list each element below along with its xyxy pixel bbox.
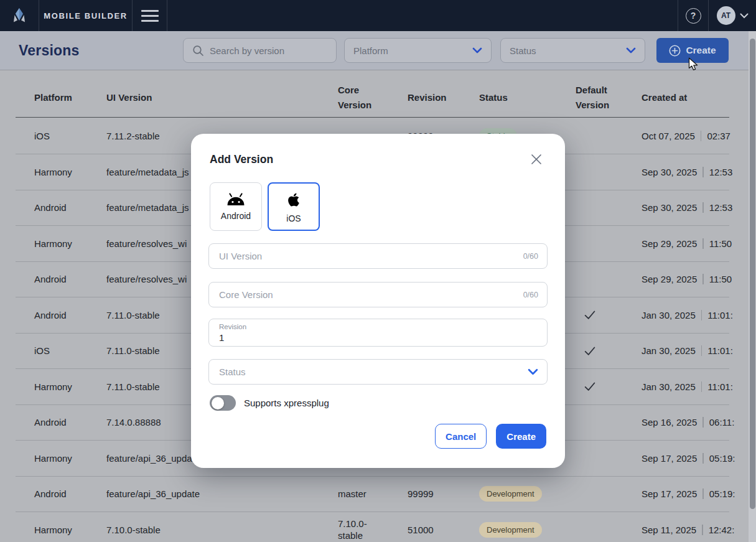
cell-platform-text: Harmony bbox=[34, 525, 72, 535]
cell-created-at: Sep 17, 202505:19: bbox=[642, 453, 735, 464]
cell-ui-version-text: 7.11.0-stable bbox=[106, 310, 160, 320]
chevron-down-icon bbox=[626, 47, 636, 54]
platform-tile-android[interactable]: Android bbox=[210, 182, 262, 231]
cell-created-at: Jan 30, 202511:01: bbox=[642, 381, 733, 392]
date-time-divider bbox=[701, 345, 702, 356]
cell-platform-text: Android bbox=[34, 417, 67, 428]
xpressplug-toggle[interactable] bbox=[210, 395, 236, 411]
ui-version-field[interactable]: 0/60 bbox=[208, 243, 548, 269]
toggle-knob bbox=[212, 397, 224, 409]
core-version-field[interactable]: 0/60 bbox=[208, 282, 548, 307]
help-button[interactable]: ? bbox=[678, 0, 709, 31]
cell-platform: Harmony bbox=[34, 525, 106, 535]
table-header: Platform UI Version Core Version Revisio… bbox=[16, 78, 729, 118]
column-header-core-version: Core Version bbox=[338, 83, 379, 112]
cell-default-version bbox=[576, 344, 642, 358]
date-time-divider bbox=[702, 274, 704, 284]
cell-platform: Harmony bbox=[34, 167, 106, 177]
cell-created-at: Sep 11, 202512:42: bbox=[642, 525, 734, 535]
cell-created-at: Jan 30, 202511:01: bbox=[642, 345, 733, 356]
cell-platform-text: Harmony bbox=[34, 381, 72, 392]
cell-ui-version-text: feature/metadata_js bbox=[106, 202, 189, 213]
page-title: Versions bbox=[19, 31, 80, 70]
created-date: Jan 30, 2025 bbox=[642, 381, 696, 392]
cell-platform: Android bbox=[34, 310, 106, 320]
cell-platform-text: Android bbox=[34, 274, 67, 284]
scrollbar-track[interactable] bbox=[749, 31, 756, 542]
created-date: Sep 17, 2025 bbox=[642, 488, 697, 499]
cell-ui-version-text: 7.11.0-stable bbox=[106, 381, 160, 392]
created-date: Sep 17, 2025 bbox=[642, 453, 697, 464]
cell-default-version bbox=[576, 308, 642, 322]
created-time: 05:19: bbox=[709, 453, 735, 464]
table-row[interactable]: Androidfeature/api_36_updatemaster99999D… bbox=[16, 477, 729, 513]
cell-created-at: Sep 30, 202512:53 bbox=[642, 202, 732, 213]
close-icon[interactable] bbox=[530, 153, 543, 166]
platform-filter-select[interactable]: Platform bbox=[344, 38, 492, 63]
cell-platform: Android bbox=[34, 202, 106, 213]
status-select-placeholder: Status bbox=[219, 367, 246, 377]
core-version-input[interactable] bbox=[219, 289, 518, 300]
date-time-divider bbox=[702, 525, 703, 535]
cell-platform-text: Harmony bbox=[34, 238, 72, 249]
cell-ui-version-text: feature/resolves_wi bbox=[106, 274, 187, 284]
date-time-divider bbox=[702, 238, 704, 249]
column-header-status: Status bbox=[479, 92, 576, 103]
created-date: Sep 11, 2025 bbox=[642, 525, 696, 535]
cell-platform-text: iOS bbox=[34, 131, 50, 141]
cell-status: Development bbox=[479, 522, 576, 538]
create-button[interactable]: Create bbox=[656, 38, 729, 63]
filter-bar: Versions Platform Status Create bbox=[0, 31, 756, 70]
cell-core-version-text: 7.10.0-stable bbox=[338, 518, 367, 541]
chevron-down-icon bbox=[528, 368, 538, 375]
cell-ui-version: feature/api_36_update bbox=[106, 488, 338, 499]
revision-field[interactable]: Revision 1 bbox=[208, 319, 548, 347]
cell-created-at: Sep 30, 202512:53 bbox=[642, 167, 732, 177]
ui-version-counter: 0/60 bbox=[523, 252, 538, 261]
app-logo[interactable] bbox=[0, 0, 39, 31]
check-icon bbox=[583, 344, 597, 358]
gem-logo-icon bbox=[10, 6, 29, 25]
cell-ui-version-text: 7.11.2-stable bbox=[106, 131, 160, 141]
column-header-revision: Revision bbox=[408, 92, 479, 103]
scrollbar-thumb[interactable] bbox=[750, 39, 755, 509]
status-filter-label: Status bbox=[510, 45, 536, 56]
status-badge: Development bbox=[479, 486, 542, 502]
created-date: Sep 30, 2025 bbox=[642, 202, 697, 213]
nav-spacer bbox=[167, 0, 678, 31]
menu-button[interactable] bbox=[133, 0, 167, 31]
ui-version-input[interactable] bbox=[219, 251, 518, 261]
cell-ui-version: 7.10.0-stable bbox=[106, 525, 338, 535]
cancel-button[interactable]: Cancel bbox=[435, 424, 487, 449]
cell-revision: 51000 bbox=[408, 525, 479, 535]
cell-core-version-text: master bbox=[338, 488, 366, 499]
cell-platform: Harmony bbox=[34, 381, 106, 392]
platform-tile-ios[interactable]: iOS bbox=[268, 182, 320, 231]
search-input[interactable] bbox=[210, 45, 315, 56]
android-icon bbox=[225, 193, 246, 207]
search-icon bbox=[192, 45, 204, 57]
created-date: Oct 07, 2025 bbox=[642, 131, 695, 141]
date-time-divider bbox=[702, 417, 704, 428]
table-row[interactable]: Harmony7.10.0-stable7.10.0-stable51000De… bbox=[16, 512, 729, 542]
modal-actions: Cancel Create bbox=[435, 424, 546, 449]
cell-core-version: 7.10.0-stable bbox=[338, 518, 383, 542]
status-select[interactable]: Status bbox=[208, 359, 548, 385]
cell-platform: iOS bbox=[34, 345, 106, 356]
check-icon bbox=[583, 308, 597, 322]
cell-created-at: Jan 30, 202511:01: bbox=[642, 310, 733, 320]
date-time-divider bbox=[701, 381, 702, 392]
cell-platform: Android bbox=[34, 417, 106, 428]
status-filter-select[interactable]: Status bbox=[500, 38, 645, 63]
help-icon: ? bbox=[686, 8, 701, 24]
modal-create-button[interactable]: Create bbox=[496, 424, 546, 449]
created-date: Jan 30, 2025 bbox=[642, 345, 696, 356]
xpressplug-toggle-row: Supports xpressplug bbox=[210, 395, 329, 411]
cell-ui-version-text: 7.14.0.88888 bbox=[106, 417, 161, 428]
search-field[interactable] bbox=[183, 38, 337, 63]
created-time: 12:42: bbox=[709, 525, 735, 535]
platform-tile-label: iOS bbox=[286, 213, 301, 223]
create-button-label: Create bbox=[686, 45, 716, 56]
apple-icon bbox=[285, 190, 302, 209]
user-menu[interactable]: AT bbox=[709, 0, 756, 31]
